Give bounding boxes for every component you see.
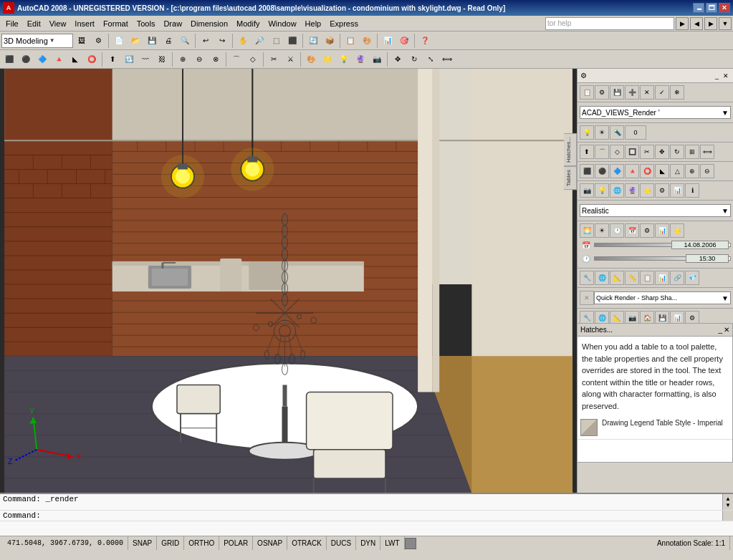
3d2-box[interactable]: ⬛ — [580, 164, 594, 178]
help-menu[interactable]: ▼ — [719, 17, 732, 30]
status-lwt[interactable]: LWT — [380, 536, 404, 550]
extra-btn5[interactable]: 📋 — [640, 271, 654, 285]
scroll-down-btn[interactable]: ▼ — [723, 502, 733, 508]
time-slider[interactable]: 15:30 — [594, 256, 731, 261]
status-dyn[interactable]: DYN — [356, 536, 380, 550]
tb2-visualstyle[interactable]: 🎨 — [303, 52, 319, 67]
3d2-subtract[interactable]: ⊖ — [700, 164, 714, 178]
palette-tab-tables[interactable]: Tables — [564, 166, 577, 190]
sun-path-icon[interactable]: ☀ — [595, 223, 609, 238]
extra-btn7[interactable]: 🔗 — [670, 271, 684, 285]
help-nav-fwd[interactable]: ▶ — [704, 17, 717, 30]
status-annotation-scale[interactable]: Annotation Scale: 1:1 — [653, 536, 730, 550]
3d2-cone[interactable]: 🔺 — [625, 164, 639, 178]
status-snap[interactable]: SNAP — [128, 536, 157, 550]
tb-zoom-prev[interactable]: ⬛ — [284, 33, 300, 49]
tb2-render[interactable]: 🌟 — [320, 52, 335, 67]
maximize-button[interactable]: 🗖 — [706, 3, 717, 13]
menu-format[interactable]: Format — [99, 18, 133, 29]
panel-close[interactable]: ✕ — [722, 72, 730, 79]
extra-btn1[interactable]: 🔧 — [580, 271, 594, 285]
help-item-drawing-legend[interactable]: Drawing Legend Table Style - Imperial — [578, 416, 732, 440]
extra-btn6[interactable]: 📊 — [655, 271, 669, 285]
tb-layer[interactable]: 📋 — [342, 33, 358, 49]
menu-help[interactable]: Help — [301, 18, 326, 29]
help-panel-minimize[interactable]: _ — [718, 326, 722, 334]
tb2-union[interactable]: ⊕ — [175, 52, 191, 67]
cmd-line-2[interactable]: Command: — [0, 511, 722, 521]
3d-move[interactable]: ✥ — [655, 145, 669, 159]
tb-pan[interactable]: ✋ — [235, 33, 251, 49]
tb2-material[interactable]: 🔮 — [353, 52, 368, 67]
palette-tab-hatches[interactable]: Hatches... — [564, 133, 577, 166]
3d-shell[interactable]: 🔲 — [625, 145, 639, 159]
light-bulb-icon[interactable]: 💡 — [580, 125, 594, 140]
status-model-space[interactable] — [405, 538, 416, 549]
tb-save[interactable]: 💾 — [144, 33, 160, 49]
sun-settings[interactable]: ⚙ — [640, 223, 654, 238]
3d2-pyramid[interactable]: △ — [670, 164, 684, 178]
tb-color[interactable]: 🎨 — [359, 33, 375, 49]
tb2-intersect[interactable]: ⊗ — [208, 52, 224, 67]
sun-output[interactable]: 📊 — [655, 223, 669, 238]
tb-viewcube[interactable]: 📦 — [322, 33, 337, 49]
menu-tools[interactable]: Tools — [133, 18, 160, 29]
panel-new-layer[interactable]: ➕ — [625, 85, 639, 100]
help-nav-back[interactable]: ◀ — [690, 17, 703, 30]
status-ducs[interactable]: DUCS — [327, 536, 356, 550]
render-camera[interactable]: 📷 — [580, 183, 594, 198]
viewport-3d[interactable]: X Y Z — [0, 69, 577, 493]
tb-workspace-icon[interactable]: 🖼 — [74, 33, 90, 49]
tb-print[interactable]: 🖨 — [161, 33, 176, 49]
render-material[interactable]: 🔮 — [625, 183, 639, 198]
clock-icon[interactable]: 🕐 — [610, 223, 624, 238]
tb-3dorbit[interactable]: 🔄 — [305, 33, 321, 49]
panel-properties-icon[interactable]: ⚙ — [595, 85, 609, 100]
menu-insert[interactable]: Insert — [70, 18, 99, 29]
layer-count[interactable]: 0 — [625, 125, 646, 140]
panel-freeze-layer[interactable]: ❄ — [670, 85, 684, 100]
tb2-cylinder[interactable]: 🔷 — [34, 52, 50, 67]
date-slider[interactable]: 14.08.2006 — [594, 243, 731, 247]
3d-extrude[interactable]: ⬆ — [580, 145, 594, 159]
status-coordinates[interactable]: 471.5048, 3967.6739, 0.0000 — [3, 536, 128, 550]
3d2-torus[interactable]: ⭕ — [640, 164, 654, 178]
tb2-subtract[interactable]: ⊖ — [191, 52, 207, 67]
help-search-button[interactable]: ▶ — [676, 17, 689, 30]
extra-btn2[interactable]: 🌐 — [595, 271, 609, 285]
3d2-union[interactable]: ⊕ — [685, 164, 699, 178]
extra-btn8[interactable]: 💎 — [685, 271, 699, 285]
tb-help[interactable]: ❓ — [417, 33, 433, 49]
tb2-cone[interactable]: 🔺 — [51, 52, 67, 67]
tb-zoom-realtime[interactable]: 🔎 — [251, 33, 267, 49]
tb-plotpreview[interactable]: 🔍 — [177, 33, 193, 49]
help-search-input[interactable] — [545, 17, 674, 30]
tb2-light[interactable]: 💡 — [336, 52, 352, 67]
calendar-icon[interactable]: 📅 — [625, 223, 639, 238]
panel-layers-icon[interactable]: 📋 — [580, 85, 594, 100]
tb2-slice[interactable]: ⚔ — [282, 52, 298, 67]
render-info[interactable]: ℹ — [685, 183, 699, 198]
menu-modify[interactable]: Modify — [232, 18, 264, 29]
menu-edit[interactable]: Edit — [23, 18, 45, 29]
tb2-wedge[interactable]: ◣ — [67, 52, 83, 67]
workspace-dropdown[interactable]: 3D Modeling ▼ — [1, 34, 73, 48]
extra-btn3[interactable]: 📐 — [610, 271, 624, 285]
3d-section[interactable]: ✂ — [640, 145, 654, 159]
status-ortho[interactable]: ORTHO — [184, 536, 219, 550]
sun-render[interactable]: 🌟 — [670, 223, 684, 238]
close-button[interactable]: ✕ — [719, 3, 730, 13]
3d2-sphere[interactable]: ⚫ — [595, 164, 609, 178]
tb2-revolve[interactable]: 🔃 — [121, 52, 137, 67]
render-output[interactable]: 📊 — [670, 183, 684, 198]
render-light[interactable]: 💡 — [595, 183, 609, 198]
status-otrack[interactable]: OTRACK — [287, 536, 327, 550]
panel-current-layer[interactable]: ✓ — [655, 85, 669, 100]
menu-express[interactable]: Express — [325, 18, 363, 29]
3d2-cylinder[interactable]: 🔷 — [610, 164, 624, 178]
render-quality-dropdown[interactable]: Quick Render - Sharp Sha... ▼ — [594, 291, 731, 304]
3d-mirror[interactable]: ⟺ — [700, 145, 714, 159]
status-osnap[interactable]: OSNAP — [253, 536, 287, 550]
menu-window[interactable]: Window — [264, 18, 300, 29]
panel-delete-layer[interactable]: ✕ — [640, 85, 654, 100]
